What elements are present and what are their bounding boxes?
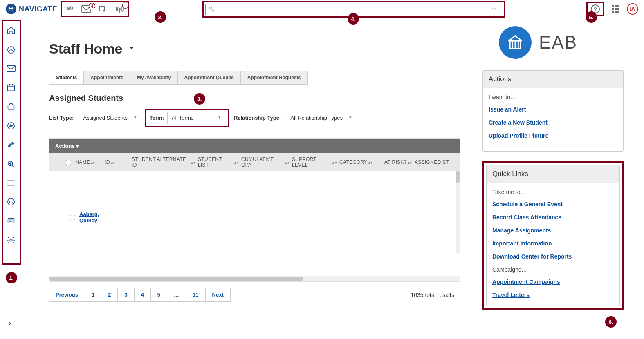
- svg-rect-35: [8, 218, 14, 223]
- nav-notes-icon[interactable]: [7, 217, 16, 225]
- nav-calendar-icon[interactable]: [7, 83, 16, 92]
- nav-lists-icon[interactable]: [7, 179, 16, 187]
- svg-point-10: [209, 7, 212, 9]
- nav-cases-icon[interactable]: [7, 103, 16, 111]
- expand-rail-icon[interactable]: [7, 320, 13, 328]
- app-logo[interactable]: NAVIGATE: [6, 4, 57, 14]
- pager-previous[interactable]: Previous: [49, 288, 85, 302]
- nav-settings-icon[interactable]: [7, 236, 16, 245]
- student-name-link[interactable]: Aaberg, Quincy: [79, 211, 112, 223]
- horizontal-scrollbar[interactable]: [49, 276, 460, 281]
- term-filter-region: Term: All Terms: [145, 109, 229, 127]
- ql-manage-assignments[interactable]: Manage Assignments: [492, 227, 614, 234]
- ql-schedule-event[interactable]: Schedule a General Event: [492, 201, 614, 207]
- user-avatar[interactable]: LW: [627, 3, 638, 15]
- page-title-dropdown-icon[interactable]: [128, 45, 135, 53]
- action-create-student[interactable]: Create a New Student: [489, 119, 617, 126]
- col-student-list[interactable]: STUDENT LIST: [198, 156, 233, 168]
- quick-links-title: Quick Links: [487, 165, 619, 183]
- col-category[interactable]: CATEGORY: [339, 159, 368, 165]
- annotation-2: 2.: [155, 11, 166, 23]
- logo-icon: [6, 4, 16, 14]
- term-dropdown[interactable]: All Terms: [167, 112, 224, 124]
- relationship-type-dropdown[interactable]: All Relationship Types: [286, 112, 355, 124]
- pager-page-4[interactable]: 4: [134, 288, 151, 302]
- mail-icon[interactable]: 4: [81, 5, 91, 13]
- quick-links-panel: Quick Links Take me to… Schedule a Gener…: [486, 165, 620, 306]
- pager-page-11[interactable]: 11: [186, 288, 205, 302]
- pager-next[interactable]: Next: [205, 288, 231, 302]
- search-icon: [209, 7, 215, 12]
- col-assigned[interactable]: ASSIGNED ST: [415, 159, 449, 165]
- students-table: Actions ▾ NAME▴▾ ID▴▾ STUDENT ALTERNATE …: [49, 138, 460, 282]
- row-checkbox[interactable]: [70, 215, 75, 220]
- nav-home-icon[interactable]: [7, 26, 16, 35]
- list-type-label: List Type:: [49, 115, 74, 121]
- calendar-link-icon[interactable]: [99, 5, 108, 13]
- vertical-scrollbar[interactable]: [456, 171, 460, 253]
- actions-lead: I want to…: [489, 94, 617, 100]
- action-upload-picture[interactable]: Upload Profile Picture: [489, 132, 617, 139]
- col-id[interactable]: ID: [105, 159, 110, 165]
- table-actions-menu[interactable]: Actions ▾: [49, 139, 460, 153]
- nav-advanced-search-icon[interactable]: [7, 160, 16, 169]
- pager-page-2[interactable]: 2: [101, 288, 118, 302]
- annotation-4: 4.: [348, 13, 359, 25]
- brand-text: EAB: [539, 32, 577, 53]
- tab-appointments[interactable]: Appointments: [84, 71, 130, 84]
- brand-logo: EAB: [499, 26, 624, 59]
- table-footer-spacer: [49, 253, 460, 281]
- svg-rect-15: [8, 85, 15, 91]
- broadcast-icon[interactable]: 1: [115, 4, 125, 13]
- page-title: Staff Home: [49, 41, 122, 57]
- tab-appointment-queues[interactable]: Appointment Queues: [178, 71, 241, 84]
- relationship-type-label: Relationship Type:: [234, 115, 281, 121]
- svg-rect-14: [7, 66, 15, 72]
- user-queue-icon[interactable]: [65, 5, 74, 13]
- ql-appointment-campaigns[interactable]: Appointment Campaigns: [492, 279, 614, 285]
- annotation-1: 1.: [6, 272, 17, 283]
- ql-important-info[interactable]: Important Information: [492, 240, 614, 247]
- col-alt-id[interactable]: STUDENT ALTERNATE ID: [132, 156, 190, 168]
- col-name[interactable]: NAME: [75, 159, 90, 165]
- apps-grid-icon[interactable]: [612, 5, 619, 13]
- term-label: Term:: [150, 115, 164, 121]
- nav-campaigns-icon[interactable]: [7, 121, 16, 130]
- ql-travel-letters[interactable]: Travel Letters: [492, 292, 614, 298]
- pager-page-5[interactable]: 5: [150, 288, 167, 302]
- svg-point-38: [10, 239, 12, 241]
- left-nav-rail: [0, 18, 22, 333]
- pager-ellipsis: …: [167, 288, 186, 302]
- nav-conversations-icon[interactable]: [7, 65, 16, 72]
- top-notification-group: 4 1: [61, 1, 129, 17]
- tab-students[interactable]: Students: [49, 71, 84, 84]
- col-gpa[interactable]: CUMULATIVE GPA: [241, 156, 284, 168]
- actions-panel-title: Actions: [483, 71, 623, 88]
- pager-page-1[interactable]: 1: [85, 288, 101, 302]
- nav-reminders-icon[interactable]: [7, 141, 15, 149]
- broadcast-badge: 1: [122, 2, 129, 9]
- select-all-checkbox[interactable]: [66, 160, 71, 165]
- svg-line-22: [12, 165, 15, 168]
- right-column: EAB Actions I want to… Issue an Alert Cr…: [482, 26, 624, 310]
- ql-record-attendance[interactable]: Record Class Attendance: [492, 214, 614, 221]
- app-name: NAVIGATE: [19, 5, 57, 13]
- col-support[interactable]: SUPPORT LEVEL: [292, 156, 332, 168]
- nav-dashboard-icon[interactable]: [7, 45, 16, 54]
- list-type-dropdown[interactable]: Assigned Students: [79, 112, 140, 124]
- ql-download-center[interactable]: Download Center for Reports: [492, 253, 614, 260]
- nav-reporting-icon[interactable]: [7, 197, 16, 206]
- action-issue-alert[interactable]: Issue an Alert: [489, 106, 617, 113]
- campaigns-lead: Campaigns…: [492, 266, 614, 273]
- search-dropdown-caret[interactable]: [491, 6, 497, 13]
- tab-appointment-requests[interactable]: Appointment Requests: [241, 71, 307, 84]
- pager-page-3[interactable]: 3: [117, 288, 134, 302]
- brand-icon: [499, 26, 532, 59]
- results-count: 1035 total results: [411, 292, 454, 298]
- actions-panel: Actions I want to… Issue an Alert Create…: [482, 70, 624, 152]
- svg-point-28: [7, 181, 7, 181]
- main-tabs: Students Appointments My Availability Ap…: [49, 71, 308, 85]
- tab-my-availability[interactable]: My Availability: [130, 71, 177, 84]
- svg-point-4: [67, 7, 70, 9]
- col-at-risk[interactable]: AT RISK?: [384, 159, 407, 165]
